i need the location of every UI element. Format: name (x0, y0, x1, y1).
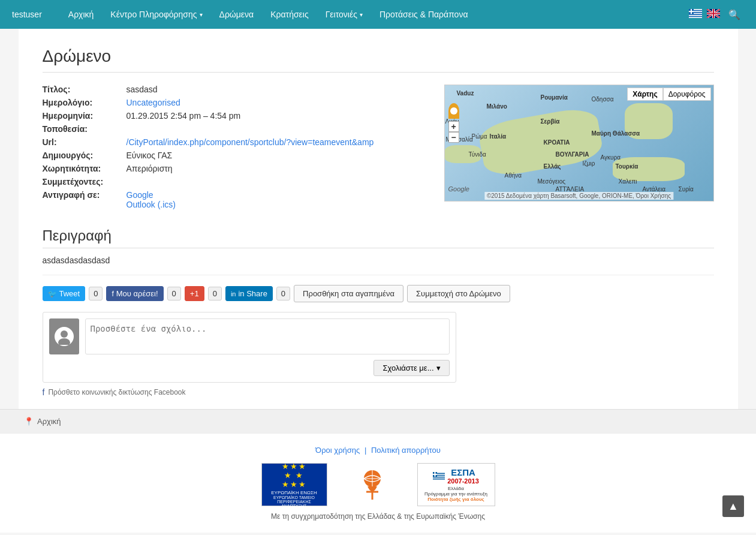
espa-line2: Πρόγραμμα για την ανάπτυξη (424, 491, 487, 497)
middle-logo (345, 463, 399, 506)
creator-value: Εύνικος ΓΑΣ (126, 151, 173, 160)
copy-links: Google Outlook (.ics) (126, 190, 176, 209)
map-pegman-icon[interactable] (448, 103, 459, 119)
gplus-share-button[interactable]: +1 (185, 286, 204, 301)
eu-label3: ΠΕΡΙΦΕΡΕΙΑΚΗΣ ΑΝΑΠΤΥΞΗΣ (266, 500, 323, 508)
date-value: 01.29.2015 2:54 pm – 4:54 pm (126, 111, 241, 121)
nav-proposals[interactable]: Προτάσεις & Παράπονα (371, 1, 477, 28)
nav-info-center[interactable]: Κέντρο Πληροφόρησης ▾ (102, 1, 210, 28)
tweet-label: Tweet (59, 289, 80, 298)
description-title: Περιγραφή (43, 227, 714, 248)
chevron-down-icon: ▾ (360, 11, 363, 18)
greek-flag-icon[interactable] (689, 9, 702, 20)
url-link[interactable]: /CityPortal/index.php/component/sportclu… (126, 137, 374, 147)
copy-label: Αντιγραφή σε: (43, 190, 126, 200)
detail-row-copy: Αντιγραφή σε: Google Outlook (.ics) (43, 190, 432, 209)
location-label: Τοποθεσία: (43, 124, 126, 134)
detail-row-url: Url: /CityPortal/index.php/component/spo… (43, 137, 432, 147)
title-label: Τίτλος: (43, 85, 126, 94)
brand-label: testuser (12, 10, 42, 19)
svg-rect-17 (713, 9, 714, 18)
url-value: /CityPortal/index.php/component/sportclu… (126, 137, 374, 147)
eu-label1: ΕΥΡΩΠΑΪΚΗ ΕΝΩΣΗ (271, 490, 317, 495)
fb-social-plugin: f Πρόσθετο κοινωνικής δικτύωσης Facebook (43, 387, 714, 397)
map-copyright: ©2015 Δεδομένα χάρτη Basarsoft, Google, … (484, 192, 673, 200)
description-content: asdasdasdasdasd (43, 256, 714, 265)
detail-row-title: Τίτλος: sasdasd (43, 85, 432, 94)
comment-input-area: Σχολιάστε με... ▾ (85, 318, 450, 376)
google-calendar-link[interactable]: Google (126, 190, 176, 200)
comment-textarea[interactable] (85, 318, 450, 354)
nav-events[interactable]: Δρώμενα (211, 1, 263, 28)
svg-rect-5 (689, 17, 702, 18)
footer-tagline: Με τη συγχρηματοδότηση της Ελλάδας & της… (12, 512, 744, 521)
terms-link[interactable]: Όροι χρήσης (315, 446, 360, 455)
facebook-small-icon: f (43, 387, 45, 397)
share-bar: 🐦 Tweet 0 f Μου αρέσει! 0 +1 0 in in Sha… (43, 285, 714, 302)
footer: Όροι χρήσης | Πολιτική απορρήτου ★★★★ ★★… (0, 433, 756, 533)
page-title: Δρώμενο (43, 47, 714, 73)
nav-home[interactable]: Αρχική (60, 1, 103, 28)
facebook-like-button[interactable]: f Μου αρέσει! (106, 286, 163, 301)
date-label: Ημερομηνία: (43, 111, 126, 121)
nav-bookings[interactable]: Κρατήσεις (262, 1, 317, 28)
svg-rect-4 (689, 15, 702, 16)
map-zoom-out-button[interactable]: − (448, 132, 459, 143)
svg-point-18 (61, 330, 68, 338)
map-container[interactable]: Vaduz Μιλάνο Ρουμανία Οδησσα Σερβία Ιταλ… (444, 85, 714, 202)
comment-submit-label: Σχολιάστε με... (382, 363, 433, 372)
svg-rect-29 (433, 477, 445, 479)
calendar-label: Ημερολόγιο: (43, 98, 126, 107)
eu-label2: ΕΥΡΩΠΑΪΚΟ ΤΑΜΕΙΟ (273, 495, 315, 500)
scroll-to-top-button[interactable]: ▲ (722, 495, 744, 517)
footer-nav: 📍 Αρχική (0, 409, 756, 433)
twitter-share-button[interactable]: 🐦 Tweet (43, 286, 86, 301)
eu-stars: ★★★★ ★★★★ (282, 462, 307, 489)
chevron-down-icon: ▾ (200, 11, 203, 18)
detail-row-location: Τοποθεσία: (43, 124, 432, 134)
facebook-icon: f (112, 290, 113, 298)
breadcrumb: 📍 Αρχική (24, 417, 732, 426)
fb-like-label: Μου αρέσει! (116, 289, 158, 298)
linkedin-count: 0 (276, 287, 290, 300)
map-tab-map[interactable]: Χάρτης (627, 88, 662, 101)
event-layout: Τίτλος: sasdasd Ημερολόγιο: Uncategorise… (43, 85, 714, 213)
footer-separator: | (365, 446, 366, 455)
breadcrumb-home-link[interactable]: Αρχική (37, 417, 61, 426)
linkedin-share-button[interactable]: in in Share (225, 286, 273, 301)
participants-label: Συμμετέχοντες: (43, 177, 126, 187)
capacity-value: Απεριόριστη (126, 164, 173, 173)
gplus-label: +1 (190, 289, 199, 298)
espa-line1: Ελλάδα (448, 486, 464, 491)
outlook-calendar-link[interactable]: Outlook (.ics) (126, 200, 176, 209)
main-nav: testuser Αρχική Κέντρο Πληροφόρησης ▾ Δρ… (0, 0, 756, 29)
footer-links: Όροι χρήσης | Πολιτική απορρήτου (12, 446, 744, 455)
twitter-icon: 🐦 (48, 290, 57, 298)
nav-icons: 🔍 (689, 5, 744, 24)
map-tab-satellite[interactable]: Δορυφόρος (663, 88, 711, 101)
calendar-value: Uncategorised (126, 98, 180, 107)
main-content: Δρώμενο Τίτλος: sasdasd Ημερολόγιο: Unca… (19, 29, 738, 409)
nav-neighborhoods[interactable]: Γειτονιές ▾ (317, 1, 371, 28)
search-icon[interactable]: 🔍 (725, 5, 744, 24)
map-zoom-in-button[interactable]: + (448, 121, 459, 132)
chevron-down-icon: ▾ (436, 363, 441, 372)
participate-button[interactable]: Συμμετοχή στο Δρώμενο (407, 285, 510, 302)
add-favorite-button[interactable]: Προσθήκη στα αγαπημένα (294, 285, 403, 302)
svg-rect-33 (433, 473, 437, 474)
pin-icon: 📍 (24, 417, 34, 426)
gplus-count: 0 (208, 287, 222, 300)
privacy-link[interactable]: Πολιτική απορρήτου (371, 446, 441, 455)
avatar (49, 318, 79, 354)
map-google-logo: Google (448, 185, 469, 193)
espa-tagline: Ποιότητα ζωής για όλους (427, 497, 484, 502)
comment-section: Σχολιάστε με... ▾ (43, 312, 456, 383)
event-map: Vaduz Μιλάνο Ρουμανία Οδησσα Σερβία Ιταλ… (444, 85, 714, 213)
avatar-person-icon (55, 327, 74, 346)
uk-flag-icon[interactable] (707, 9, 720, 20)
linkedin-label: in Share (238, 289, 267, 298)
detail-row-date: Ημερομηνία: 01.29.2015 2:54 pm – 4:54 pm (43, 111, 432, 121)
detail-row-participants: Συμμετέχοντες: (43, 177, 432, 187)
comment-submit-button[interactable]: Σχολιάστε με... ▾ (374, 360, 449, 376)
calendar-link[interactable]: Uncategorised (126, 98, 180, 107)
